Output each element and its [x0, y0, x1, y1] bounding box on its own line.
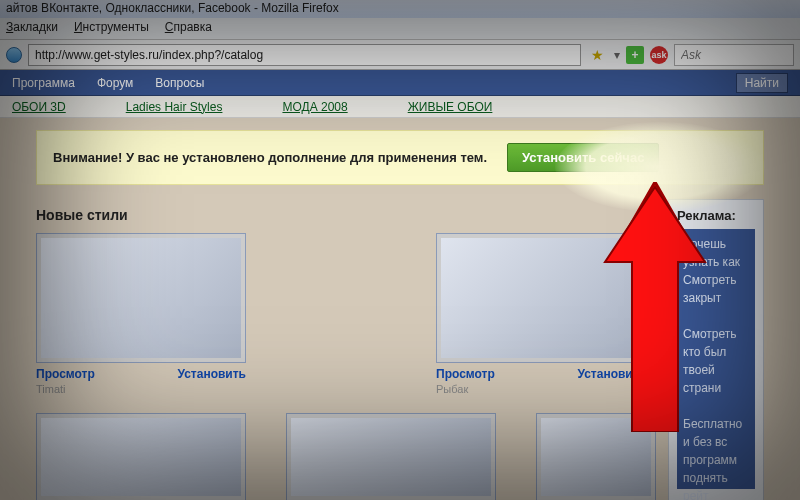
sponsored-links: ОБОИ 3D Ladies Hair Styles МОДА 2008 ЖИВ… [0, 96, 800, 118]
menu-tools[interactable]: Инструменты [74, 20, 149, 37]
alert-text: Внимание! У вас не установлено дополнени… [53, 150, 487, 165]
sidebar: Реклама: Хочешь узнать как Смотреть закр… [668, 199, 764, 500]
nav-program[interactable]: Программа [12, 76, 75, 90]
link-ladies[interactable]: Ladies Hair Styles [126, 100, 223, 114]
style-thumbnail[interactable] [286, 413, 496, 500]
browser-menubar: Закладки Инструменты Справка [0, 18, 800, 40]
find-button[interactable]: Найти [736, 73, 788, 93]
style-thumbnail[interactable] [36, 233, 246, 363]
style-card: Просмотр Установить Timati [36, 233, 246, 395]
menu-help[interactable]: Справка [165, 20, 212, 37]
view-link[interactable]: Просмотр [436, 367, 495, 381]
link-live[interactable]: ЖИВЫЕ ОБОИ [408, 100, 493, 114]
install-link[interactable]: Установить [177, 367, 246, 381]
view-link[interactable]: Просмотр [36, 367, 95, 381]
sidebar-title: Реклама: [677, 208, 755, 223]
add-tab-icon[interactable]: + [626, 46, 644, 64]
nav-forum[interactable]: Форум [97, 76, 133, 90]
menu-bookmarks[interactable]: Закладки [6, 20, 58, 37]
install-link[interactable]: Установить [577, 367, 646, 381]
section-title-new: Новые стили [36, 207, 656, 223]
url-input[interactable]: http://www.get-styles.ru/index.php?/cata… [28, 44, 581, 66]
install-alert: Внимание! У вас не установлено дополнени… [36, 130, 764, 185]
link-moda[interactable]: МОДА 2008 [282, 100, 347, 114]
style-thumbnail[interactable] [36, 413, 246, 500]
site-navbar: Программа Форум Вопросы Найти [0, 70, 800, 96]
ad-text: Хочешь узнать как Смотреть закрыт Смотре… [683, 235, 749, 500]
style-card: Просмотр Установить Рыбак [436, 233, 646, 395]
dropdown-icon[interactable]: ▾ [614, 48, 620, 62]
ask-search-input[interactable] [674, 44, 794, 66]
install-now-button[interactable]: Установить сейчас [507, 143, 659, 172]
nav-questions[interactable]: Вопросы [155, 76, 204, 90]
style-title: Timati [36, 383, 246, 395]
ask-logo-icon: ask [650, 46, 668, 64]
address-bar: http://www.get-styles.ru/index.php?/cata… [0, 40, 800, 70]
window-titlebar: айтов ВКонтакте, Одноклассники, Facebook… [0, 0, 800, 18]
bookmark-star-icon[interactable]: ★ [591, 47, 604, 63]
style-thumbnail[interactable] [536, 413, 656, 500]
style-thumbnail[interactable] [436, 233, 646, 363]
site-icon [6, 47, 22, 63]
ad-box[interactable]: Хочешь узнать как Смотреть закрыт Смотре… [677, 229, 755, 489]
style-title: Рыбак [436, 383, 646, 395]
link-wallpaper3d[interactable]: ОБОИ 3D [12, 100, 66, 114]
